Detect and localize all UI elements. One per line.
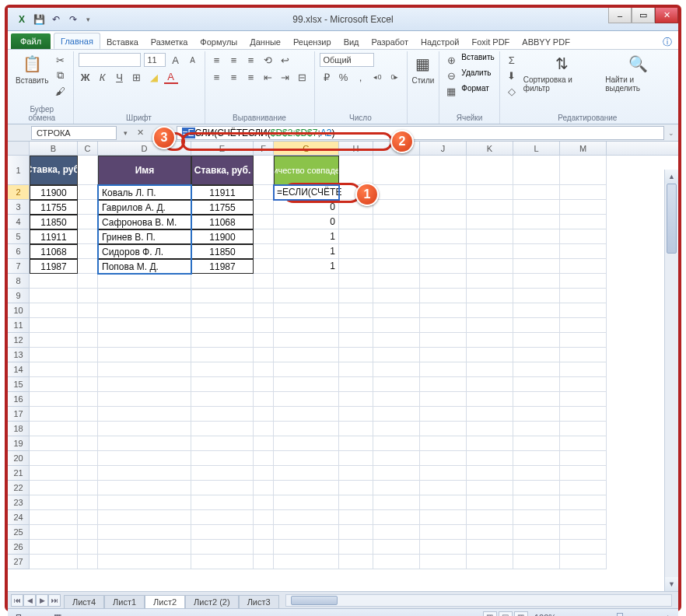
cell[interactable]	[78, 510, 98, 525]
cell[interactable]	[274, 466, 339, 481]
cell[interactable]	[513, 481, 560, 495]
col-header[interactable]: H	[339, 142, 373, 155]
cell[interactable]	[420, 215, 467, 229]
cell[interactable]	[420, 525, 467, 540]
cell[interactable]	[420, 333, 467, 348]
cell[interactable]	[467, 333, 513, 348]
cell[interactable]	[467, 422, 513, 436]
cell[interactable]	[513, 348, 560, 362]
cell[interactable]	[560, 510, 607, 525]
cell[interactable]	[420, 466, 467, 481]
grow-font-icon[interactable]: A	[169, 53, 183, 67]
cell[interactable]	[78, 215, 98, 229]
font-size-select[interactable]: 11	[144, 53, 166, 67]
maximize-button[interactable]: ▭	[632, 8, 655, 23]
cell[interactable]	[339, 289, 373, 303]
cell[interactable]	[420, 229, 467, 244]
clear-icon[interactable]: ◇	[505, 84, 519, 98]
tab-data[interactable]: Данные	[243, 34, 287, 49]
view-break-icon[interactable]: ▥	[514, 611, 528, 617]
format-cell-label[interactable]: Формат	[461, 84, 489, 98]
row-header[interactable]: 1	[8, 156, 29, 185]
cell[interactable]	[30, 333, 78, 348]
row-header[interactable]: 19	[8, 436, 29, 451]
cell[interactable]	[191, 481, 254, 495]
cell[interactable]	[560, 495, 607, 510]
cell[interactable]: 1	[274, 244, 339, 259]
row-header[interactable]: 23	[8, 495, 29, 510]
cell[interactable]	[30, 510, 78, 525]
cell[interactable]	[339, 510, 373, 525]
cell[interactable]	[254, 274, 274, 289]
sheet-tab[interactable]: Лист3	[239, 595, 279, 608]
cell[interactable]	[78, 259, 98, 274]
cell[interactable]	[30, 289, 78, 303]
cell[interactable]	[373, 525, 420, 540]
cell[interactable]	[560, 200, 607, 215]
cell[interactable]	[254, 303, 274, 318]
cell[interactable]	[420, 303, 467, 318]
cell[interactable]	[254, 377, 274, 392]
zoom-handle[interactable]	[617, 613, 623, 617]
help-icon[interactable]: ⓘ	[656, 36, 678, 49]
row-header[interactable]: 5	[8, 229, 29, 244]
cell[interactable]	[98, 422, 191, 436]
cell[interactable]	[420, 362, 467, 377]
cell[interactable]	[513, 185, 560, 200]
cell[interactable]	[373, 318, 420, 333]
tab-foxit[interactable]: Foxit PDF	[465, 34, 516, 49]
cell[interactable]	[560, 229, 607, 244]
cell[interactable]	[30, 377, 78, 392]
minimize-button[interactable]: –	[608, 8, 632, 23]
cell[interactable]	[254, 555, 274, 569]
cell[interactable]	[191, 540, 254, 555]
fill-color-icon[interactable]: ◢	[147, 70, 161, 84]
cell[interactable]	[191, 495, 254, 510]
currency-icon[interactable]: ₽	[320, 70, 334, 84]
cell[interactable]	[78, 200, 98, 215]
cell[interactable]	[254, 215, 274, 229]
cell[interactable]	[339, 422, 373, 436]
cell[interactable]	[254, 362, 274, 377]
cell[interactable]	[513, 451, 560, 466]
cell[interactable]	[78, 555, 98, 569]
cell[interactable]	[30, 274, 78, 289]
insert-cell-label[interactable]: Вставить	[461, 53, 494, 67]
cell[interactable]	[513, 392, 560, 407]
cell[interactable]: 11850	[191, 244, 254, 259]
cell[interactable]	[339, 436, 373, 451]
cell[interactable]	[78, 407, 98, 422]
row-header[interactable]: 22	[8, 481, 29, 495]
find-select-button[interactable]: 🔍 Найти и выделить	[605, 53, 670, 93]
cell[interactable]	[78, 362, 98, 377]
cell[interactable]	[254, 200, 274, 215]
cell[interactable]	[373, 422, 420, 436]
cell[interactable]	[420, 422, 467, 436]
row-header[interactable]: 26	[8, 540, 29, 555]
row-header[interactable]: 4	[8, 215, 29, 229]
tab-view[interactable]: Вид	[338, 34, 366, 49]
cell[interactable]: Попова М. Д.	[98, 259, 191, 274]
cell[interactable]	[254, 348, 274, 362]
cell[interactable]	[78, 318, 98, 333]
cell[interactable]	[254, 422, 274, 436]
cell[interactable]	[420, 481, 467, 495]
cell[interactable]	[560, 466, 607, 481]
indent-inc-icon[interactable]: ⇥	[278, 70, 292, 84]
cell[interactable]	[191, 392, 254, 407]
undo-icon[interactable]: ↶	[50, 13, 62, 26]
border-icon[interactable]: ⊞	[130, 70, 144, 84]
font-name-select[interactable]	[79, 53, 141, 67]
cell[interactable]	[420, 392, 467, 407]
delete-cell-label[interactable]: Удалить	[461, 68, 491, 82]
cell[interactable]	[339, 229, 373, 244]
cell[interactable]	[467, 303, 513, 318]
horizontal-scrollbar[interactable]	[285, 594, 672, 607]
tab-review[interactable]: Рецензир	[287, 34, 338, 49]
cell[interactable]: Гринев В. П.	[98, 229, 191, 244]
cell[interactable]	[420, 451, 467, 466]
cell[interactable]	[78, 392, 98, 407]
cell[interactable]	[560, 525, 607, 540]
decrease-decimal-icon[interactable]: 0▸	[388, 70, 402, 84]
cell[interactable]	[513, 244, 560, 259]
